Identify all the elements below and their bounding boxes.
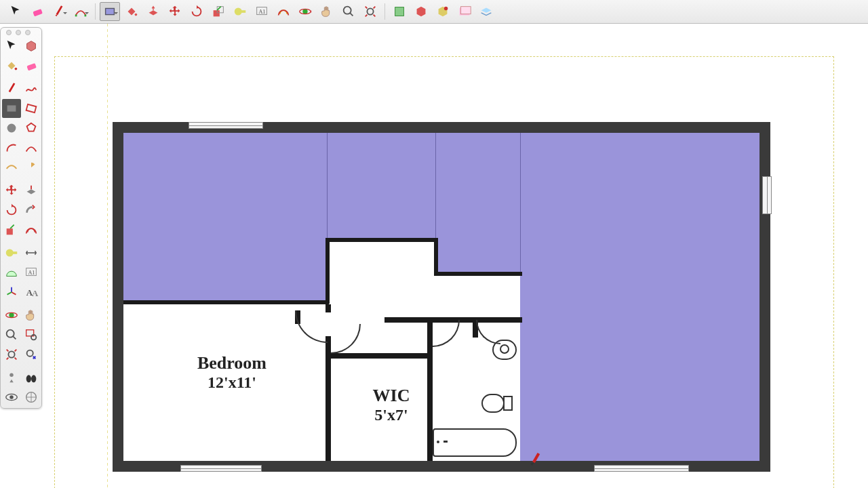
toilet-tank <box>503 396 513 411</box>
paint-bucket-tool[interactable] <box>121 2 142 21</box>
svg-point-12 <box>302 9 307 14</box>
wic-name: WIC <box>347 386 435 406</box>
paint-tool[interactable] <box>2 56 21 75</box>
window <box>189 122 263 129</box>
position-camera-tool[interactable] <box>2 368 21 387</box>
rectangle-tool[interactable] <box>2 99 21 118</box>
svg-rect-28 <box>12 251 17 254</box>
pie-tool[interactable] <box>22 158 41 177</box>
freehand-tool[interactable] <box>22 79 41 98</box>
tape-tool[interactable] <box>2 243 21 262</box>
bedroom-dim: 12'x11' <box>164 373 300 392</box>
zoom-tool[interactable] <box>338 2 359 21</box>
orbit-tool[interactable] <box>295 2 315 21</box>
bedroom-label: Bedroom 12'x11' <box>164 353 300 392</box>
window <box>594 465 689 472</box>
arc3-tool[interactable] <box>2 158 21 177</box>
svg-rect-16 <box>395 7 404 16</box>
eraser-tool[interactable] <box>22 56 41 75</box>
arc-tool[interactable] <box>2 138 21 157</box>
push-pull-tool[interactable] <box>22 181 41 200</box>
image-tool[interactable] <box>454 2 475 21</box>
edge <box>435 133 436 238</box>
svg-rect-23 <box>7 105 16 111</box>
edge <box>327 133 328 238</box>
eraser-tool[interactable] <box>27 2 47 21</box>
door-swing <box>331 324 361 354</box>
toilet-fixture <box>481 394 505 413</box>
tape-tool[interactable] <box>230 2 250 21</box>
pencil-tool[interactable] <box>2 79 21 98</box>
rotated-rect-tool[interactable] <box>22 99 41 118</box>
select-tool[interactable] <box>5 2 26 21</box>
previous-tool[interactable] <box>389 2 410 21</box>
top-toolbar: A1 <box>0 0 868 24</box>
canvas[interactable]: Bedroom 12'x11' WIC 5'x7' <box>43 24 868 488</box>
pan-tool[interactable] <box>22 306 41 325</box>
fill-region <box>327 133 435 238</box>
zoom-extents-tool[interactable] <box>2 345 21 364</box>
look-around-tool[interactable] <box>2 388 21 407</box>
svg-rect-9 <box>241 10 245 13</box>
push-pull-tool[interactable] <box>143 2 163 21</box>
svg-rect-24 <box>26 104 37 113</box>
follow-me-tool[interactable] <box>22 201 41 220</box>
pan-tool[interactable] <box>317 2 337 21</box>
pencil-tool[interactable] <box>49 2 69 21</box>
previous-view-tool[interactable] <box>22 345 41 364</box>
door-swing <box>295 310 328 343</box>
svg-point-44 <box>9 395 14 399</box>
svg-point-33 <box>9 312 14 317</box>
arc-tool[interactable] <box>71 2 91 21</box>
move-tool[interactable] <box>165 2 185 21</box>
fill-region <box>123 133 327 300</box>
scale-tool[interactable] <box>2 220 21 239</box>
dimension-tool[interactable] <box>22 243 41 262</box>
make-component-tool[interactable] <box>22 37 41 56</box>
pencil-cursor-icon <box>528 451 538 462</box>
text-tool[interactable]: A1 <box>22 263 41 282</box>
svg-rect-26 <box>7 228 13 235</box>
svg-text:A: A <box>32 289 39 298</box>
svg-point-17 <box>444 7 448 11</box>
circle-tool[interactable] <box>2 119 21 138</box>
zoom-window-tool[interactable] <box>22 325 41 344</box>
rectangle-tool[interactable] <box>100 2 120 21</box>
left-toolbar: A1 AA <box>0 27 42 409</box>
svg-rect-19 <box>461 7 471 14</box>
wic-dim: 5'x7' <box>347 406 435 424</box>
rotate-tool[interactable] <box>2 201 21 220</box>
select-tool[interactable] <box>2 37 21 56</box>
protractor-tool[interactable] <box>2 263 21 282</box>
floor-plan[interactable]: Bedroom 12'x11' WIC 5'x7' <box>113 122 770 472</box>
text-tool[interactable]: A1 <box>252 2 272 21</box>
section-tool[interactable] <box>22 388 41 407</box>
move-tool[interactable] <box>2 181 21 200</box>
offset-tool[interactable] <box>22 220 41 239</box>
svg-point-38 <box>8 351 14 357</box>
arc2-tool[interactable] <box>22 138 41 157</box>
wic-label: WIC 5'x7' <box>347 386 435 424</box>
scale-tool[interactable] <box>208 2 229 21</box>
svg-point-15 <box>367 8 373 14</box>
sink-fixture <box>500 344 509 354</box>
wall <box>434 272 522 276</box>
3dtext-tool[interactable]: AA <box>22 283 41 302</box>
svg-rect-0 <box>33 9 43 16</box>
wall <box>434 238 438 275</box>
walk-tool[interactable] <box>22 368 41 387</box>
svg-point-41 <box>26 375 31 382</box>
polygon-tool[interactable] <box>22 119 41 138</box>
zoom-extents-tool[interactable] <box>360 2 380 21</box>
tub-faucet <box>437 441 439 443</box>
zoom-tool[interactable] <box>2 325 21 344</box>
orbit-tool[interactable] <box>2 306 21 325</box>
fill-region <box>435 133 520 272</box>
rotate-tool[interactable] <box>186 2 207 21</box>
offset-tool[interactable] <box>273 2 294 21</box>
svg-rect-1 <box>56 5 63 15</box>
component-tool[interactable] <box>433 2 453 21</box>
model-info-tool[interactable] <box>411 2 431 21</box>
axes-tool[interactable] <box>2 283 21 302</box>
layers-tool[interactable] <box>476 2 496 21</box>
